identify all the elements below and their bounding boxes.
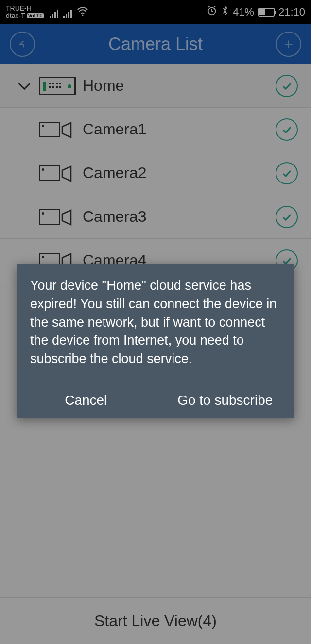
subscribe-button[interactable]: Go to subscribe	[156, 382, 295, 418]
cancel-label: Cancel	[65, 393, 107, 408]
cancel-button[interactable]: Cancel	[17, 382, 156, 418]
screen: TRUE-H dtac-T VoLTE 41%	[0, 0, 311, 644]
dialog-message: Your device "Home" cloud service has exp…	[17, 264, 294, 382]
subscribe-label: Go to subscribe	[177, 393, 273, 408]
expired-dialog: Your device "Home" cloud service has exp…	[17, 264, 294, 418]
